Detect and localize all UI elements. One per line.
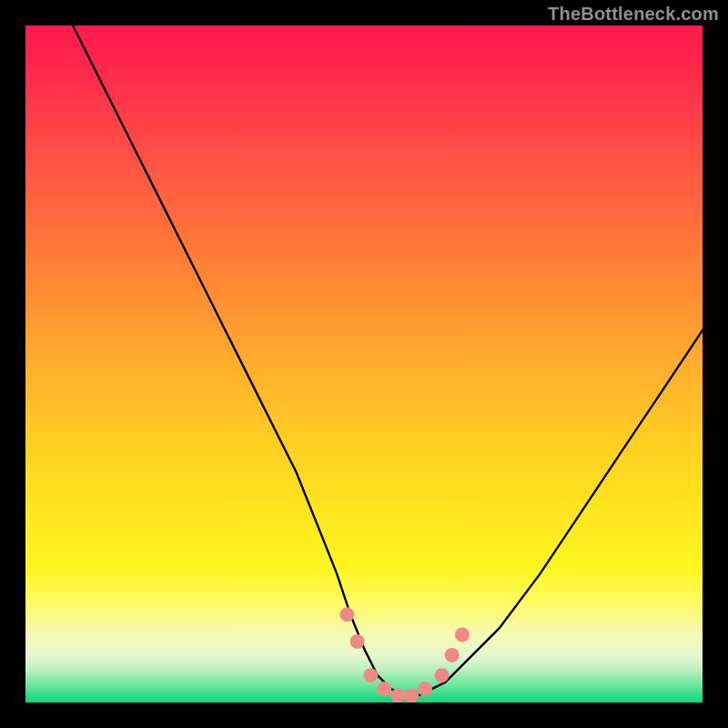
attribution-label: TheBottleneck.com	[548, 4, 719, 25]
curve-marker-dot	[377, 682, 391, 696]
curve-marker-dot	[350, 634, 365, 649]
curve-marker-dot	[455, 628, 470, 642]
chart-frame	[25, 25, 703, 703]
curve-marker-dot	[390, 689, 405, 703]
curve-marker-dot	[445, 648, 460, 662]
bottleneck-curve	[25, 25, 703, 703]
curve-marker-dot	[404, 689, 419, 703]
curve-marker-dot	[339, 607, 354, 622]
curve-marker-dot	[363, 668, 378, 682]
curve-markers	[339, 607, 470, 703]
curve-marker-dot	[435, 668, 450, 682]
curve-path	[73, 25, 703, 696]
curve-marker-dot	[418, 682, 432, 696]
